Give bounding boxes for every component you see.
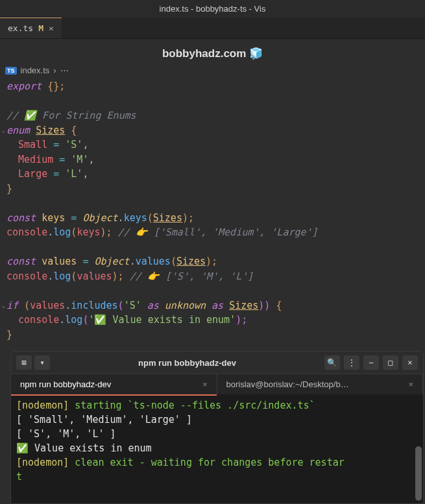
terminal-maximize-button[interactable]: □ [383,355,398,370]
terminal-line: [ 'S', 'M', 'L' ] [16,427,418,441]
terminal-line: [ 'Small', 'Medium', 'Large' ] [16,413,418,427]
terminal-line: t [16,470,418,484]
terminal-tabs: npm run bobbyhadz-dev × borislav@borisla… [11,374,423,394]
code-line: ⌄enum Sizes { [6,123,425,138]
terminal-scrollbar[interactable] [415,446,422,501]
code-line: export {}; [6,79,425,94]
code-line: const keys = Object.keys(Sizes); [6,211,425,226]
code-line: Small = 'S', [6,138,425,152]
close-icon: × [407,358,412,367]
code-line: console.log(values); // 👉️ ['S', 'M', 'L… [6,269,425,284]
terminal-close-button[interactable]: × [402,355,418,370]
terminal-line: ✅ Value exists in enum [16,441,418,455]
code-line [6,283,425,298]
terminal-title: npm run bobbyhadz-dev [138,358,236,368]
chevron-down-icon: ▾ [40,358,44,367]
watermark-text: bobbyhadz.com 🧊 [162,47,263,60]
terminal-menu-button[interactable]: ⋮ [344,355,359,370]
terminal-new-tab-button[interactable]: ⊞ [16,355,32,370]
terminal-tab-close-icon[interactable]: × [202,379,208,389]
breadcrumb-file: index.ts [21,66,50,75]
code-line: Large = 'L', [6,167,425,182]
terminal-titlebar: ⊞ ▾ npm run bobbyhadz-dev 🔍 ⋮ − □ × [11,352,423,374]
terminal-tab-shell[interactable]: borislav@borislav:~/Desktop/b… × [217,374,424,394]
terminal-tab-label: npm run bobbyhadz-dev [20,379,111,389]
terminal-minimize-button[interactable]: − [363,355,379,370]
terminal-dropdown-button[interactable]: ▾ [34,355,50,370]
breadcrumb-sep: › [53,66,56,75]
code-line: } [6,328,425,342]
breadcrumb-more: ⋯ [60,66,69,75]
code-line: console.log('✅ Value exists in enum'); [6,313,425,328]
editor-tabs: ex.ts M × [0,18,425,39]
code-line [6,240,425,255]
code-line: // ✅ For String Enums [6,108,425,123]
fold-chevron-icon[interactable]: ⌄ [1,298,6,313]
code-editor[interactable]: export {}; // ✅ For String Enums ⌄enum S… [0,78,425,348]
tab-close-icon[interactable]: × [49,23,54,33]
code-line: Medium = 'M', [6,152,425,167]
terminal-tab-npm[interactable]: npm run bobbyhadz-dev × [11,374,217,394]
code-line: const values = Object.values(Sizes); [6,254,425,269]
terminal-output[interactable]: [nodemon] starting `ts-node --files ./sr… [11,394,423,503]
fold-chevron-icon[interactable]: ⌄ [1,123,6,138]
window-titlebar: index.ts - bobbyhadz-ts - Vis [0,0,425,18]
code-line [6,94,425,109]
terminal-line: [nodemon] starting `ts-node --files ./sr… [16,398,418,413]
terminal-line: [nodemon] clean exit - waiting for chang… [16,455,418,470]
new-tab-icon: ⊞ [21,358,26,367]
code-line [6,196,425,211]
search-icon: 🔍 [327,358,337,367]
code-line: } [6,182,425,197]
tab-name: ex.ts [8,23,33,33]
minimize-icon: − [369,358,373,367]
tab-modified-indicator: M [38,23,43,33]
terminal-tab-label: borislav@borislav:~/Desktop/b… [226,379,349,389]
terminal-search-button[interactable]: 🔍 [324,355,340,370]
site-watermark: bobbyhadz.com 🧊 [0,39,425,63]
maximize-icon: □ [388,358,393,367]
code-line: ⌄if (values.includes('S' as unknown as S… [6,298,425,313]
terminal-window: ⊞ ▾ npm run bobbyhadz-dev 🔍 ⋮ − □ × npm … [10,351,424,504]
ts-file-icon: TS [5,67,17,75]
breadcrumb[interactable]: TS index.ts › ⋯ [0,63,425,78]
code-line: console.log(keys); // 👉️ ['Small', 'Medi… [6,225,425,240]
terminal-tab-close-icon[interactable]: × [408,379,413,389]
tab-index-ts[interactable]: ex.ts M × [0,18,62,38]
kebab-menu-icon: ⋮ [348,358,356,367]
window-title: index.ts - bobbyhadz-ts - Vis [160,4,266,14]
